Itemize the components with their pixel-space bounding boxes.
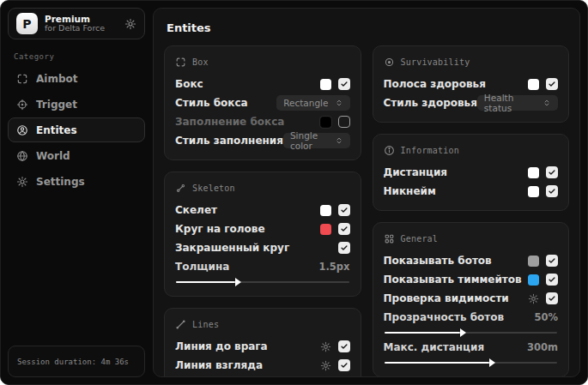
bone-icon: [175, 183, 186, 194]
color-swatch[interactable]: [320, 79, 331, 90]
setting-row-fill-style: Стиль заполнения Single color: [175, 131, 350, 150]
gear-icon[interactable]: [320, 360, 331, 371]
sidebar-item-aimbot[interactable]: Aimbot: [8, 66, 145, 91]
checkbox-checked[interactable]: [338, 204, 350, 216]
card-title: Survivability: [401, 57, 470, 67]
color-swatch[interactable]: [528, 79, 539, 90]
entities-icon: [16, 124, 28, 136]
checkbox-checked[interactable]: [546, 255, 558, 267]
card-title: General: [401, 234, 439, 244]
setting-row-view-line: Линия взгляда: [175, 356, 350, 375]
color-swatch[interactable]: [320, 224, 331, 235]
chevron-updown-icon: [335, 99, 343, 107]
checkbox-checked[interactable]: [546, 274, 558, 286]
page-title: Entites: [167, 21, 569, 34]
slider-fill[interactable]: [385, 362, 490, 364]
card-title: Skeleton: [192, 183, 235, 193]
color-swatch[interactable]: [528, 256, 539, 267]
setting-row-show-bots: Показывать ботов: [384, 251, 559, 270]
max-distance-slider[interactable]: [385, 362, 558, 364]
setting-row-box-style: Стиль бокса Rectangle: [175, 93, 350, 112]
checkbox-checked[interactable]: [338, 359, 350, 371]
box-icon: [175, 57, 186, 68]
sidebar-item-label: Settings: [36, 176, 85, 188]
checkbox-checked[interactable]: [338, 340, 350, 352]
box-style-dropdown[interactable]: Rectangle: [276, 95, 349, 111]
checkbox-checked[interactable]: [338, 223, 350, 235]
slider-value: 300m: [527, 341, 558, 353]
health-style-dropdown[interactable]: Health status: [477, 95, 558, 111]
setting-row-thickness: Толщина 1.5px: [175, 258, 350, 283]
globe-icon: [16, 150, 28, 162]
checkbox-checked[interactable]: [546, 166, 558, 178]
slider-value: 1.5px: [318, 261, 349, 273]
checkbox-checked[interactable]: [546, 185, 558, 197]
sidebar: P Premium for Delta Force Category Aimbo…: [8, 8, 145, 377]
slider-fill[interactable]: [385, 332, 461, 334]
sidebar-nav: Aimbot Trigget Entites World Settings: [8, 66, 145, 194]
chevron-updown-icon: [335, 136, 343, 145]
setting-row-show-teammates: Показывать тиммейтов: [384, 270, 559, 289]
setting-row-health-style: Стиль здоровья Health status: [384, 93, 559, 112]
sidebar-item-settings[interactable]: Settings: [8, 169, 145, 194]
slider-fill[interactable]: [176, 281, 235, 283]
color-swatch[interactable]: [320, 205, 331, 216]
setting-row-enemy-line: Линия до врага: [175, 337, 350, 356]
sidebar-item-entites[interactable]: Entites: [8, 117, 145, 142]
sidebar-item-world[interactable]: World: [8, 143, 145, 168]
grid-icon: [384, 233, 395, 244]
sidebar-item-trigget[interactable]: Trigget: [8, 92, 145, 117]
brand-settings-icon[interactable]: [124, 18, 136, 30]
fill-style-dropdown[interactable]: Single color: [283, 133, 350, 148]
setting-row-health-bar: Полоса здоровья: [384, 75, 559, 93]
dropdown-value: Single color: [290, 130, 329, 151]
brand-card: P Premium for Delta Force: [8, 8, 145, 39]
color-swatch[interactable]: [528, 186, 539, 197]
checkbox-checked[interactable]: [338, 78, 350, 90]
target-circle-icon: [384, 57, 395, 68]
card-general: General Показывать ботов Показывать тимм…: [373, 222, 570, 377]
color-swatch[interactable]: [320, 117, 331, 128]
setting-row-filled-circle: Закрашенный круг: [175, 238, 350, 257]
app-window: P Premium for Delta Force Category Aimbo…: [0, 0, 588, 385]
checkbox-checked[interactable]: [546, 78, 558, 90]
setting-row-bots-opacity: Прозрачность ботов 50%: [384, 309, 559, 334]
card-title: Lines: [192, 320, 219, 329]
checkbox-checked[interactable]: [338, 242, 350, 254]
thickness-slider[interactable]: [176, 281, 349, 283]
gear-icon[interactable]: [528, 293, 539, 304]
main-panel: Entites Box Бокс: [153, 8, 580, 377]
sidebar-item-label: Entites: [36, 124, 77, 136]
sidebar-item-label: World: [36, 150, 70, 162]
line-icon: [175, 319, 186, 330]
setting-row-head-circle: Круг на голове: [175, 220, 350, 238]
card-box: Box Бокс Стиль бокса Rectangle: [164, 45, 361, 160]
gear-icon[interactable]: [320, 341, 331, 352]
info-icon: [384, 145, 395, 156]
card-skeleton: Skeleton Скелет Круг на голове: [164, 171, 361, 297]
bots-opacity-slider[interactable]: [385, 332, 558, 334]
card-lines: Lines Линия до врага Линия взгляда: [164, 308, 361, 377]
setting-row-box-enable: Бокс: [175, 75, 350, 93]
category-label: Category: [14, 52, 145, 61]
setting-row-box-fill: Заполнение бокса: [175, 112, 350, 131]
dropdown-value: Health status: [484, 93, 536, 113]
dropdown-value: Rectangle: [283, 98, 328, 108]
gear-icon: [16, 176, 28, 188]
setting-row-max-distance: Макс. дистанция 300m: [384, 339, 559, 364]
brand-subtitle: for Delta Force: [45, 24, 105, 33]
color-swatch[interactable]: [528, 167, 539, 178]
setting-row-distance: Дистанция: [384, 163, 559, 182]
card-title: Box: [192, 57, 209, 67]
checkbox-checked[interactable]: [546, 292, 558, 304]
session-duration-label: Session duration: 4m 36s: [17, 358, 129, 366]
checkbox-unchecked[interactable]: [338, 116, 350, 128]
setting-row-skeleton: Скелет: [175, 201, 350, 220]
setting-row-visibility-check: Проверка видимости: [384, 289, 559, 308]
session-duration: Session duration: 4m 36s: [8, 346, 145, 377]
color-swatch[interactable]: [528, 274, 539, 286]
card-information: Information Дистанция Никнейм: [373, 134, 570, 211]
chevron-updown-icon: [543, 99, 551, 107]
setting-row-nickname: Никнейм: [384, 182, 559, 201]
scan-icon: [16, 73, 28, 85]
